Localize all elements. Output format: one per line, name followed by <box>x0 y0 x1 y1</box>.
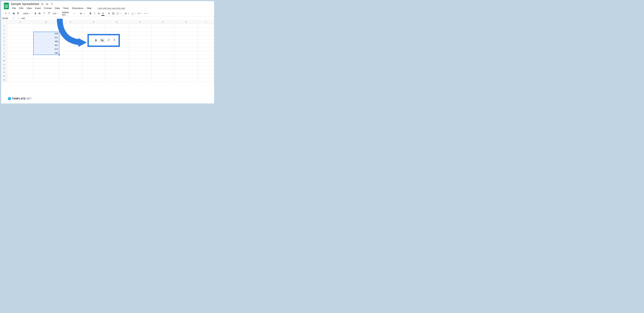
cell-G3[interactable] <box>152 32 174 36</box>
callout-decrease-decimal-button[interactable]: .0← <box>106 38 111 43</box>
menu-help[interactable]: Help <box>85 6 93 10</box>
cell-F6[interactable] <box>128 43 151 47</box>
cell-H12[interactable] <box>174 66 198 70</box>
move-icon[interactable] <box>46 2 48 6</box>
cell-I6[interactable] <box>198 43 214 47</box>
callout-currency-button[interactable]: $ <box>94 38 98 43</box>
cell-A9[interactable] <box>8 55 33 59</box>
col-header-G[interactable]: G <box>152 20 174 24</box>
cell-G2[interactable] <box>152 28 174 32</box>
row-header-10[interactable]: 10 <box>1 59 8 62</box>
cell-H6[interactable] <box>174 43 198 47</box>
cell-E10[interactable] <box>105 59 128 62</box>
cell-C9[interactable] <box>59 55 82 59</box>
cell-B5[interactable]: 466 <box>33 40 59 43</box>
cell-I10[interactable] <box>198 59 214 62</box>
cell-I1[interactable] <box>198 24 214 28</box>
cell-H7[interactable] <box>174 47 198 51</box>
cell-A8[interactable] <box>8 51 33 55</box>
cell-A14[interactable] <box>8 74 33 78</box>
cell-E8[interactable] <box>105 51 128 55</box>
cell-A11[interactable] <box>8 63 33 66</box>
cell-B2[interactable] <box>33 28 59 32</box>
cell-A13[interactable] <box>8 70 33 74</box>
cell-H10[interactable] <box>174 59 198 62</box>
decrease-decimal-button[interactable]: .0← <box>42 12 46 16</box>
cell-I8[interactable] <box>198 51 214 55</box>
cell-F12[interactable] <box>128 66 151 70</box>
cell-B11[interactable] <box>33 63 59 66</box>
cell-B15[interactable] <box>33 78 59 82</box>
cell-G14[interactable] <box>152 74 174 78</box>
cell-G15[interactable] <box>152 78 174 82</box>
row-header-5[interactable]: 5 <box>1 40 8 43</box>
cell-F15[interactable] <box>128 78 151 82</box>
cell-D8[interactable] <box>82 51 105 55</box>
cell-C13[interactable] <box>59 70 82 74</box>
cell-B14[interactable] <box>33 74 59 78</box>
cell-B3[interactable]: 345 <box>33 32 59 36</box>
borders-button[interactable] <box>111 12 115 16</box>
cell-H9[interactable] <box>174 55 198 59</box>
cell-E12[interactable] <box>105 66 128 70</box>
cell-H11[interactable] <box>174 63 198 66</box>
cell-F7[interactable] <box>128 47 151 51</box>
font-size-dropdown[interactable]: 10▼ <box>78 12 86 14</box>
cell-E9[interactable] <box>105 55 128 59</box>
menu-tools[interactable]: Tools <box>62 6 70 10</box>
cell-F14[interactable] <box>128 74 151 78</box>
cell-A10[interactable] <box>8 59 33 62</box>
undo-button[interactable] <box>4 12 8 16</box>
row-header-2[interactable]: 2 <box>1 28 8 32</box>
menu-file[interactable]: File <box>11 6 17 10</box>
cell-G10[interactable] <box>152 59 174 62</box>
cell-I2[interactable] <box>198 28 214 32</box>
selection-handle[interactable] <box>59 54 60 56</box>
row-header-14[interactable]: 14 <box>1 74 8 78</box>
cell-H3[interactable] <box>174 32 198 36</box>
cell-E7[interactable] <box>105 47 128 51</box>
menu-edit[interactable]: Edit <box>18 6 24 10</box>
cell-I14[interactable] <box>198 74 214 78</box>
row-header-15[interactable]: 15 <box>1 78 8 82</box>
cell-G9[interactable] <box>152 55 174 59</box>
cell-B13[interactable] <box>33 70 59 74</box>
cell-H5[interactable] <box>174 40 198 43</box>
cell-E14[interactable] <box>105 74 128 78</box>
col-header-B[interactable]: B <box>33 20 59 24</box>
menu-view[interactable]: View <box>25 6 33 10</box>
cell-G6[interactable] <box>152 43 174 47</box>
cell-E15[interactable] <box>105 78 128 82</box>
cell-C15[interactable] <box>59 78 82 82</box>
zoom-dropdown[interactable]: 100%▼ <box>22 12 31 14</box>
cell-D10[interactable] <box>82 59 105 62</box>
cell-B12[interactable] <box>33 66 59 70</box>
cell-F3[interactable] <box>128 32 151 36</box>
merge-cells-dropdown[interactable]: ▼ <box>116 12 122 15</box>
cell-B7[interactable]: 527 <box>33 47 59 51</box>
sheets-logo-icon[interactable] <box>4 2 9 10</box>
row-header-7[interactable]: 7 <box>1 47 8 51</box>
col-header-E[interactable]: E <box>105 20 128 24</box>
cell-G13[interactable] <box>152 70 174 74</box>
cloud-icon[interactable] <box>50 2 53 6</box>
cell-B9[interactable] <box>33 55 59 59</box>
cell-I4[interactable] <box>198 36 214 39</box>
cell-A3[interactable] <box>8 32 33 36</box>
row-header-9[interactable]: 9 <box>1 55 8 59</box>
callout-percent-button[interactable]: % <box>100 38 105 43</box>
cell-G7[interactable] <box>152 47 174 51</box>
cell-D13[interactable] <box>82 70 105 74</box>
menu-extensions[interactable]: Extensions <box>70 6 85 10</box>
cell-G4[interactable] <box>152 36 174 39</box>
font-dropdown[interactable]: Default (Ari...▼ <box>61 11 76 16</box>
cell-I11[interactable] <box>198 63 214 66</box>
cell-G8[interactable] <box>152 51 174 55</box>
cell-A6[interactable] <box>8 43 33 47</box>
number-format-dropdown[interactable]: 123▼ <box>52 12 59 14</box>
menu-data[interactable]: Data <box>54 6 61 10</box>
cell-E11[interactable] <box>105 63 128 66</box>
row-header-8[interactable]: 8 <box>1 51 8 55</box>
cell-C11[interactable] <box>59 63 82 66</box>
row-header-3[interactable]: 3 <box>1 32 8 36</box>
